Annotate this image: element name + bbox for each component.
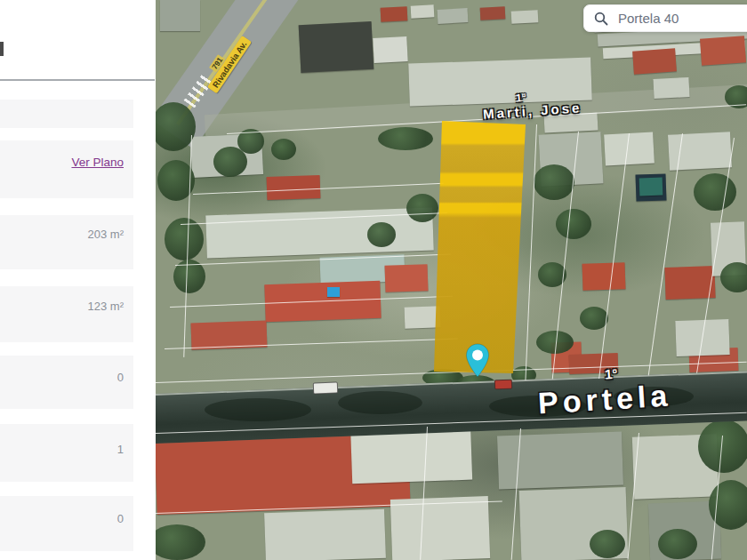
sidebar-row-empty [0, 100, 133, 128]
street-label-portela-prefix: 1° [604, 366, 617, 382]
car [313, 382, 338, 395]
row-value: 1 [117, 443, 124, 482]
sidebar-row-plan: Ver Plano [0, 140, 133, 198]
sidebar-row-count-3: 0 [0, 496, 133, 551]
app-window: { "search": { "value": "Portela 40" }, "… [0, 0, 747, 560]
row-value: 0 [117, 371, 124, 409]
sidebar-row-count-1: 0 [0, 356, 133, 409]
sidebar-row-area-covered: 123 m² [0, 286, 133, 342]
clipped-text-fragment [0, 42, 4, 56]
search-input[interactable] [616, 10, 735, 27]
search-icon [594, 12, 608, 26]
map-pin-icon[interactable] [465, 343, 490, 379]
sidebar-row-area-total: 203 m² [0, 215, 133, 269]
search-box[interactable] [583, 4, 747, 32]
map-canvas[interactable]: Marti, Jose 1° Portela 1° Rivadavia Av. … [156, 0, 747, 560]
sidebar-divider [0, 79, 155, 81]
car [494, 380, 512, 390]
sidebar-panel: Ver Plano 203 m² 123 m² 0 1 0 [0, 0, 156, 560]
ver-plano-link[interactable]: Ver Plano [71, 156, 124, 198]
row-value: 123 m² [88, 300, 124, 342]
sidebar-row-count-2: 1 [0, 424, 133, 482]
street-label-marti-prefix: 1° [516, 92, 526, 105]
row-value: 203 m² [88, 228, 124, 269]
row-value: 0 [117, 512, 124, 551]
